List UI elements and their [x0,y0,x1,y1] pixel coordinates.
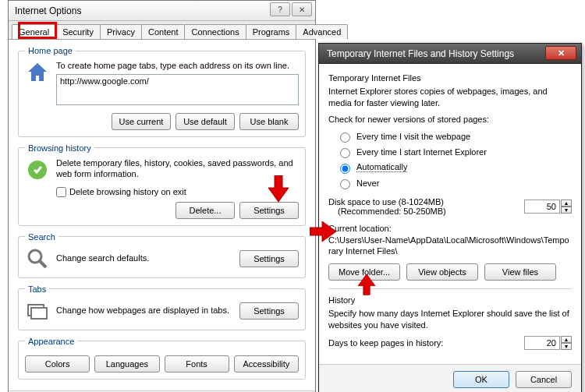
view-files-button[interactable]: View files [484,263,556,281]
history-settings-button[interactable]: Settings [239,202,299,219]
days-spin-down[interactable]: ▼ [561,343,572,350]
history-icon [25,157,50,182]
title-text: Internet Options [15,5,81,16]
svg-point-2 [29,250,41,263]
tabs-desc: Change how webpages are displayed in tab… [56,305,233,316]
legend-appearance: Appearance [25,337,77,346]
days-label: Days to keep pages in history: [328,338,443,348]
disk-label: Disk space to use (8-1024MB) [328,197,446,207]
history-heading: History [328,295,572,305]
search-settings-button[interactable]: Settings [239,250,299,267]
tif-radio-list: Every time I visit the webpage Every tim… [336,130,572,189]
internet-options-dialog: Internet Options ? ✕ General Security Pr… [8,0,316,392]
days-input[interactable] [524,336,560,350]
titlebar: Internet Options ? ✕ [9,1,315,21]
dialog2-buttonbar: OK Cancel [319,364,581,392]
delete-on-exit-label: Delete browsing history on exit [69,187,186,196]
titlebar2: Temporary Internet Files and History Set… [319,44,581,64]
title2-text: Temporary Internet Files and History Set… [327,48,514,59]
tabs-settings-button[interactable]: Settings [239,302,299,320]
group-browsing-history: Browsing history Delete temporary files,… [18,143,306,226]
location-path: C:\Users\User-Name\AppData\Local\Microso… [328,235,572,258]
legend-homepage: Home page [25,46,76,55]
temp-files-history-dialog: Temporary Internet Files and History Set… [318,43,582,392]
use-current-button[interactable]: Use current [112,113,171,130]
radio-every-start[interactable]: Every time I start Internet Explorer [336,146,572,158]
close-button[interactable]: ✕ [292,2,312,16]
use-default-button[interactable]: Use default [176,113,235,130]
radio-automatically[interactable]: Automatically [336,161,572,174]
legend-tabs: Tabs [25,284,49,294]
svg-marker-0 [28,63,47,81]
disk-recommended: (Recommended: 50-250MB) [338,207,446,216]
languages-button[interactable]: Languages [94,355,159,373]
homepage-desc: To create home page tabs, type each addr… [56,61,289,70]
search-icon [25,246,50,271]
group-appearance: Appearance Colors Languages Fonts Access… [18,337,306,380]
radio-never[interactable]: Never [336,177,572,189]
history-desc2: Specify how many days Internet Explorer … [328,308,572,331]
group-homepage: Home page To create home page tabs, type… [18,46,306,137]
tab-content[interactable]: Content [141,24,186,39]
history-delete-button[interactable]: Delete... [176,202,235,219]
move-folder-button[interactable]: Move folder... [328,263,400,281]
delete-on-exit-input[interactable] [56,187,66,197]
delete-on-exit-checkbox[interactable]: Delete browsing history on exit [56,187,299,197]
dlg2-cancel-button[interactable]: Cancel [516,371,572,388]
spin-up[interactable]: ▲ [561,200,572,207]
tif-heading: Temporary Internet Files [328,73,572,83]
colors-button[interactable]: Colors [25,355,90,373]
search-desc: Change search defaults. [56,253,233,263]
svg-rect-5 [31,308,47,319]
dlg2-ok-button[interactable]: OK [453,371,509,388]
tab-privacy[interactable]: Privacy [100,24,142,39]
legend-search: Search [25,232,58,242]
svg-line-3 [40,261,46,267]
legend-history: Browsing history [25,143,94,153]
days-spin-up[interactable]: ▲ [561,336,572,343]
view-objects-button[interactable]: View objects [406,263,478,281]
accessibility-button[interactable]: Accessibility [234,355,299,373]
radio-every-visit[interactable]: Every time I visit the webpage [336,130,572,143]
spin-down[interactable]: ▼ [561,207,572,214]
group-search: Search Change search defaults. Settings [18,232,306,278]
disk-space-input[interactable] [524,200,560,214]
tabs-icon [25,298,50,323]
tab-connections[interactable]: Connections [184,24,246,39]
group-tabs: Tabs Change how webpages are displayed i… [18,284,306,330]
history-desc: Delete temporary files, history, cookies… [56,157,299,180]
days-spinner[interactable]: ▲▼ [524,336,572,350]
home-icon [25,60,50,85]
use-blank-button[interactable]: Use blank [239,113,299,130]
tab-advanced[interactable]: Advanced [296,24,348,39]
tabstrip: General Security Privacy Content Connect… [9,21,315,40]
fonts-button[interactable]: Fonts [165,355,229,373]
disk-space-spinner[interactable]: ▲▼ [524,200,572,214]
separator [328,288,572,289]
help-button[interactable]: ? [270,2,290,16]
tif-checklabel: Check for newer versions of stored pages… [328,114,572,125]
location-label: Current location: [328,224,572,233]
dlg2-close-button[interactable]: ✕ [545,46,576,60]
tab-general[interactable]: General [12,24,56,39]
tif-desc: Internet Explorer stores copies of webpa… [328,86,572,109]
tab-security[interactable]: Security [55,24,101,39]
tab-programs[interactable]: Programs [246,24,297,39]
homepage-url-input[interactable] [56,74,299,105]
